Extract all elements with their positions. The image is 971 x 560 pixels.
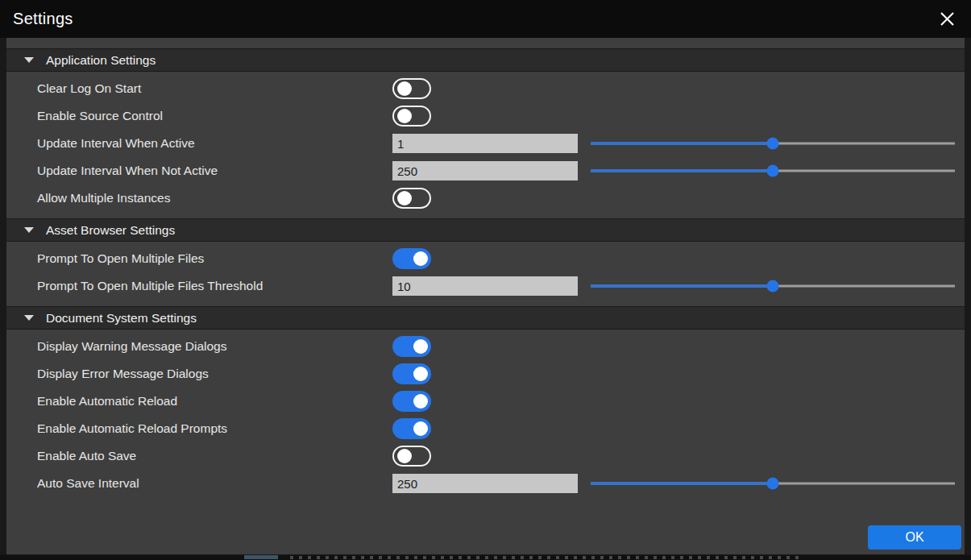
input-update-interval-when-not-active[interactable]	[392, 161, 578, 180]
toggle-enable-auto-save[interactable]	[392, 446, 431, 467]
slider-fill	[591, 483, 773, 485]
dialog-title: Settings	[13, 10, 73, 28]
settings-panel: Application SettingsClear Log On StartEn…	[6, 38, 965, 554]
section-label: Document System Settings	[46, 311, 197, 326]
setting-row: Clear Log On Start	[6, 75, 965, 102]
settings-sections: Application SettingsClear Log On StartEn…	[6, 48, 965, 497]
slider-auto-save-interval[interactable]	[591, 477, 955, 490]
section-label: Asset Browser Settings	[46, 223, 175, 238]
toggle-knob	[413, 394, 428, 409]
toggle-knob	[397, 81, 412, 96]
slider-thumb[interactable]	[767, 165, 779, 177]
setting-label: Prompt To Open Multiple Files	[37, 251, 392, 266]
slider-prompt-to-open-multiple-files-threshold[interactable]	[591, 280, 955, 292]
toggle-allow-multiple-instances[interactable]	[392, 188, 431, 209]
input-update-interval-when-active[interactable]	[392, 134, 578, 153]
setting-label: Enable Source Control	[37, 109, 392, 123]
setting-row: Display Warning Message Dialogs	[6, 333, 965, 360]
toggle-display-error-message-dialogs[interactable]	[392, 363, 431, 384]
setting-label: Display Error Message Dialogs	[37, 367, 392, 381]
section-header-application-settings[interactable]: Application Settings	[6, 48, 965, 72]
toggle-knob	[413, 421, 428, 436]
collapse-arrow-icon[interactable]	[24, 57, 34, 63]
setting-row: Auto Save Interval	[6, 470, 965, 497]
setting-label: Auto Save Interval	[37, 476, 392, 491]
toggle-prompt-to-open-multiple-files[interactable]	[392, 248, 431, 269]
toggle-knob	[397, 109, 412, 123]
toggle-knob	[413, 251, 428, 266]
toggle-clear-log-on-start[interactable]	[392, 78, 431, 99]
setting-label: Clear Log On Start	[37, 81, 392, 96]
slider-thumb[interactable]	[767, 478, 779, 490]
setting-row: Update Interval When Active	[6, 130, 965, 157]
toggle-display-warning-message-dialogs[interactable]	[392, 336, 431, 357]
background-window-text-fragments	[290, 556, 802, 559]
setting-row: Prompt To Open Multiple Files	[6, 245, 965, 272]
background-window-fragment	[244, 555, 278, 559]
setting-row: Enable Auto Save	[6, 442, 965, 470]
setting-row: Update Interval When Not Active	[6, 157, 965, 185]
close-icon	[938, 10, 956, 28]
slider-update-interval-when-active[interactable]	[591, 137, 955, 150]
toggle-knob	[397, 191, 412, 205]
ok-button[interactable]: OK	[868, 525, 961, 550]
setting-row: Prompt To Open Multiple Files Threshold	[6, 272, 965, 300]
toggle-knob	[397, 449, 412, 463]
setting-label: Enable Automatic Reload	[37, 394, 392, 409]
toggle-enable-automatic-reload[interactable]	[392, 391, 431, 412]
title-bar: Settings	[0, 0, 971, 38]
slider-fill	[591, 170, 773, 172]
close-button[interactable]	[936, 8, 958, 31]
input-prompt-to-open-multiple-files-threshold[interactable]	[392, 276, 578, 296]
slider-fill	[591, 143, 773, 145]
setting-label: Prompt To Open Multiple Files Threshold	[37, 279, 392, 293]
setting-label: Update Interval When Active	[37, 136, 392, 151]
setting-row: Allow Multiple Instances	[6, 185, 965, 212]
setting-row: Enable Automatic Reload	[6, 388, 965, 415]
slider-update-interval-when-not-active[interactable]	[591, 164, 955, 177]
setting-label: Enable Auto Save	[37, 449, 392, 463]
setting-row: Enable Automatic Reload Prompts	[6, 415, 965, 442]
input-auto-save-interval[interactable]	[392, 474, 578, 493]
toggle-enable-automatic-reload-prompts[interactable]	[392, 418, 431, 439]
collapse-arrow-icon[interactable]	[24, 315, 34, 321]
section-header-asset-browser-settings[interactable]: Asset Browser Settings	[6, 218, 965, 242]
collapse-arrow-icon[interactable]	[24, 227, 34, 233]
background-window-strip	[0, 555, 971, 560]
slider-fill	[591, 285, 773, 288]
section-label: Application Settings	[46, 53, 156, 68]
toggle-knob	[413, 339, 428, 354]
toggle-enable-source-control[interactable]	[392, 106, 431, 127]
setting-row: Enable Source Control	[6, 102, 965, 130]
setting-label: Display Warning Message Dialogs	[37, 339, 392, 354]
section-header-document-system-settings[interactable]: Document System Settings	[6, 306, 965, 330]
setting-label: Enable Automatic Reload Prompts	[37, 421, 392, 436]
toggle-knob	[413, 367, 428, 381]
slider-thumb[interactable]	[767, 280, 779, 292]
setting-label: Allow Multiple Instances	[37, 191, 392, 205]
setting-label: Update Interval When Not Active	[37, 164, 392, 178]
setting-row: Display Error Message Dialogs	[6, 360, 965, 388]
slider-thumb[interactable]	[767, 138, 779, 150]
